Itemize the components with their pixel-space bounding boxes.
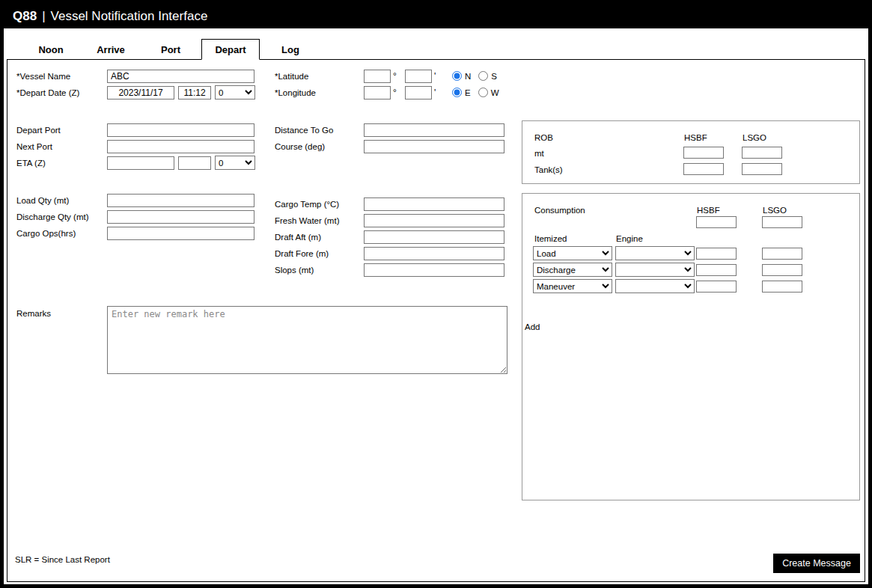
consumption-row-3-lsgo-input[interactable] [762, 281, 802, 293]
cargo-temp-label: Cargo Temp (°C) [275, 200, 339, 209]
consumption-row-3-itemized-select[interactable]: Maneuver [533, 279, 612, 293]
draft-aft-input[interactable] [364, 230, 504, 244]
latitude-label: *Latitude [275, 72, 308, 81]
consumption-engine-header: Engine [616, 234, 643, 243]
fresh-water-input[interactable] [364, 214, 504, 227]
distance-to-go-input[interactable] [364, 123, 504, 137]
create-message-button[interactable]: Create Message [773, 554, 860, 573]
discharge-qty-label: Discharge Qty (mt) [16, 212, 89, 221]
draft-fore-input[interactable] [364, 247, 504, 260]
latitude-south-radio[interactable] [478, 71, 488, 81]
longitude-east-radio[interactable] [452, 88, 462, 97]
depart-offset-select[interactable]: 0 [215, 85, 255, 99]
cargo-temp-input[interactable] [364, 197, 504, 211]
consumption-column-hsbf: HSBF [697, 206, 720, 215]
draft-aft-label: Draft Aft (m) [275, 233, 321, 242]
distance-to-go-label: Distance To Go [275, 126, 333, 135]
slops-label: Slops (mt) [275, 266, 314, 275]
tab-port[interactable]: Port [141, 40, 200, 59]
consumption-title: Consumption [534, 206, 585, 215]
consumption-row-1-lsgo-input[interactable] [762, 248, 802, 260]
latitude-hemisphere-group: N S [452, 71, 504, 81]
longitude-degree-symbol: ° [393, 88, 397, 98]
app-brand: Q88 [13, 9, 37, 24]
rob-tanks-label: Tank(s) [534, 165, 563, 174]
eta-offset-select[interactable]: 0 [215, 156, 255, 170]
consumption-column-lsgo: LSGO [763, 206, 787, 215]
consumption-row-3-hsbf-input[interactable] [696, 281, 737, 293]
depart-time-input[interactable] [178, 86, 211, 99]
rob-column-lsgo: LSGO [743, 133, 766, 142]
rob-mt-label: mt [534, 149, 544, 158]
draft-fore-label: Draft Fore (m) [275, 249, 329, 258]
add-consumption-row[interactable]: Add [525, 322, 540, 331]
tab-arrive[interactable]: Arrive [82, 40, 140, 59]
tab-noon[interactable]: Noon [22, 40, 80, 59]
latitude-north-option[interactable]: N [452, 71, 471, 81]
longitude-west-radio[interactable] [478, 88, 488, 97]
consumption-row-3-engine-select[interactable] [615, 279, 695, 293]
rob-mt-hsbf-input[interactable] [683, 147, 724, 159]
rob-tanks-lsgo-input[interactable] [742, 163, 782, 175]
consumption-row-1-engine-select[interactable] [615, 246, 695, 260]
rob-panel: ROB HSBF LSGO mt Tank(s) [522, 120, 860, 184]
rob-title: ROB [534, 133, 553, 142]
longitude-minutes-input[interactable] [405, 86, 432, 99]
cargo-ops-label: Cargo Ops(hrs) [16, 229, 76, 238]
consumption-total-lsgo-input[interactable] [762, 216, 802, 228]
page-title: Vessel Notification Interface [51, 9, 208, 24]
remarks-label: Remarks [16, 309, 51, 318]
discharge-qty-input[interactable] [107, 210, 254, 224]
longitude-minute-symbol: ' [434, 88, 436, 98]
rob-mt-lsgo-input[interactable] [742, 147, 782, 159]
longitude-hemisphere-group: E W [452, 88, 507, 97]
depart-port-input[interactable] [107, 123, 254, 137]
form-panel: *Vessel Name *Latitude ° ' N S *Depart D… [7, 60, 865, 582]
longitude-west-option[interactable]: W [478, 88, 499, 97]
app-window: Q88 | Vessel Notification Interface Noon… [0, 0, 872, 588]
consumption-row-2-itemized-select[interactable]: Discharge [533, 263, 612, 277]
titlebar-divider: | [42, 9, 45, 24]
latitude-degree-symbol: ° [393, 71, 397, 82]
consumption-row-1-hsbf-input[interactable] [696, 248, 737, 260]
vessel-name-input[interactable] [107, 70, 254, 83]
remarks-textarea[interactable] [107, 306, 507, 374]
consumption-row-2-hsbf-input[interactable] [696, 264, 737, 276]
consumption-row-1-itemized-select[interactable]: Load [533, 246, 612, 260]
load-qty-label: Load Qty (mt) [16, 196, 69, 205]
tab-depart[interactable]: Depart [201, 39, 260, 60]
next-port-label: Next Port [16, 142, 52, 151]
eta-time-input[interactable] [178, 156, 211, 170]
longitude-east-option[interactable]: E [452, 88, 471, 97]
tab-bar: Noon Arrive Port Depart Log [7, 39, 865, 60]
rob-column-hsbf: HSBF [684, 133, 707, 142]
consumption-row-2-engine-select[interactable] [615, 263, 695, 277]
fresh-water-label: Fresh Water (mt) [275, 216, 339, 225]
depart-port-label: Depart Port [16, 126, 61, 135]
tab-log[interactable]: Log [261, 40, 320, 59]
cargo-ops-input[interactable] [107, 227, 254, 240]
latitude-north-radio[interactable] [452, 71, 462, 81]
latitude-minute-symbol: ' [434, 71, 436, 82]
course-input[interactable] [364, 140, 504, 153]
vessel-name-label: *Vessel Name [16, 72, 70, 81]
latitude-degrees-input[interactable] [364, 70, 391, 83]
next-port-input[interactable] [107, 140, 254, 153]
consumption-panel: Consumption HSBF LSGO Itemized Engine Lo… [522, 193, 860, 500]
consumption-row-2-lsgo-input[interactable] [762, 264, 802, 276]
app-titlebar: Q88 | Vessel Notification Interface [4, 4, 868, 28]
rob-tanks-hsbf-input[interactable] [683, 163, 724, 175]
course-label: Course (deg) [275, 142, 325, 151]
eta-date-input[interactable] [107, 156, 174, 170]
longitude-label: *Longitude [275, 88, 316, 97]
latitude-south-option[interactable]: S [478, 71, 497, 81]
load-qty-input[interactable] [107, 194, 254, 207]
consumption-itemized-header: Itemized [534, 234, 567, 243]
longitude-degrees-input[interactable] [364, 86, 391, 99]
depart-date-input[interactable] [107, 86, 174, 99]
slr-note: SLR = Since Last Report [15, 555, 110, 564]
depart-date-label: *Depart Date (Z) [16, 88, 79, 97]
consumption-total-hsbf-input[interactable] [696, 216, 737, 228]
latitude-minutes-input[interactable] [405, 70, 432, 83]
slops-input[interactable] [364, 263, 504, 277]
